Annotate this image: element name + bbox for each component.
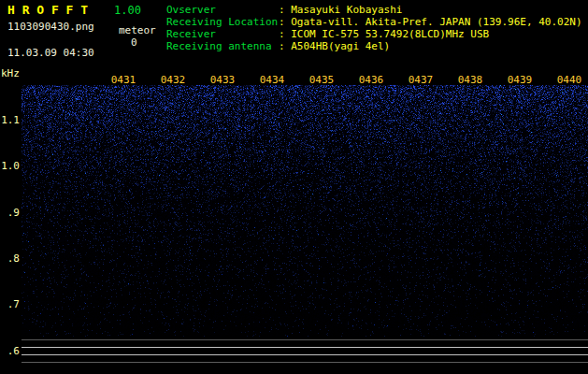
signal-gridline	[22, 354, 588, 355]
filename: 1103090430.png	[7, 21, 94, 33]
meteor-count-value: 0	[131, 36, 137, 49]
signal-gridline	[22, 362, 588, 363]
info-row-observer: Ovserver: Masayuki Kobayashi	[166, 4, 582, 16]
info-value: : Ogata-vill. Akita-Pref. JAPAN (139.96E…	[279, 16, 582, 28]
freq-tick-label: .9	[0, 207, 20, 219]
freq-axis-unit: kHz	[1, 67, 20, 79]
info-value: : Masayuki Kobayashi	[279, 4, 402, 16]
info-row-location: Receiving Location: Ogata-vill. Akita-Pr…	[166, 16, 582, 28]
freq-tick-label: 1.0	[0, 160, 20, 172]
info-row-receiver: Receiver: ICOM IC-575 53.7492(8LCD)MHz U…	[166, 28, 582, 40]
freq-tick-label: .8	[0, 252, 20, 265]
freq-tick-label: .6	[0, 345, 20, 357]
observer-info-block: Ovserver: Masayuki Kobayashi Receiving L…	[166, 4, 582, 52]
info-row-antenna: Receiving antenna: A504HB(yagi 4el)	[166, 40, 582, 52]
info-value: : A504HB(yagi 4el)	[279, 40, 390, 52]
spectrogram-canvas	[22, 85, 588, 337]
freq-tick-label: .7	[0, 298, 20, 310]
freq-tick-label: 1.1	[0, 114, 20, 126]
signal-gridline	[22, 339, 588, 340]
info-label: Receiving Location	[166, 16, 279, 28]
observation-timestamp: 11.03.09 04:30	[7, 47, 94, 59]
info-label: Ovserver	[166, 4, 279, 16]
signal-gridline	[22, 347, 588, 348]
meteor-count-label: meteor	[119, 24, 156, 36]
app-version: 1.00	[114, 4, 141, 17]
info-label: Receiving antenna	[166, 40, 279, 52]
app-title: H R O F F T	[7, 3, 88, 17]
info-value: : ICOM IC-575 53.7492(8LCD)MHz USB	[279, 28, 489, 40]
info-label: Receiver	[166, 28, 279, 40]
